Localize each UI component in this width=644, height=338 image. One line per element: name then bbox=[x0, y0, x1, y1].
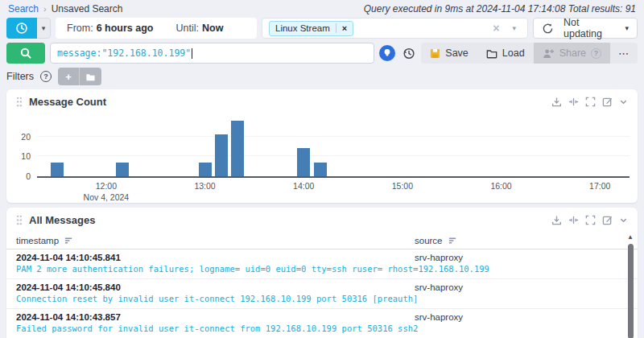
edit-icon[interactable] bbox=[602, 97, 613, 107]
row-source[interactable]: srv-haproxy bbox=[415, 282, 628, 292]
from-label: From: bbox=[67, 23, 93, 34]
search-icon bbox=[19, 47, 32, 60]
chart-x-tick-label: 14:00 bbox=[293, 181, 314, 191]
query-actions-bar: Save Load Share ? ⋯ bbox=[421, 43, 638, 64]
chart-x-tick-label: 12:00Nov 4, 2024 bbox=[84, 181, 130, 202]
select-caret-icon[interactable]: ▾ bbox=[512, 24, 516, 32]
chip-close-icon[interactable]: × bbox=[336, 23, 353, 33]
share-label: Share bbox=[559, 47, 586, 59]
breadcrumb-current: Unsaved Search bbox=[52, 3, 123, 14]
widget-title: All Messages bbox=[29, 214, 95, 226]
load-filter-button[interactable] bbox=[80, 68, 101, 85]
chart-y-tick-label: 10 bbox=[21, 151, 31, 161]
filters-help-icon[interactable]: ? bbox=[40, 71, 52, 82]
all-messages-header: All Messages bbox=[6, 208, 638, 232]
download-icon[interactable] bbox=[551, 97, 562, 107]
scrollbar-thumb[interactable] bbox=[628, 244, 634, 338]
timerange-display[interactable]: From:6 hours ago Until:Now bbox=[56, 18, 257, 39]
search-button[interactable] bbox=[6, 43, 45, 64]
stream-filter-select[interactable]: Linux Stream × × ▾ bbox=[262, 18, 528, 39]
row-message[interactable]: Failed password for invalid user it-conn… bbox=[16, 324, 628, 333]
refresh-icon[interactable] bbox=[542, 23, 554, 35]
breadcrumb: Search › Unsaved Search bbox=[8, 3, 122, 14]
chart-x-axis: 12:00Nov 4, 202413:0014:0015:0016:0017:0… bbox=[37, 178, 630, 202]
row-source[interactable]: srv-haproxy bbox=[415, 312, 628, 322]
breadcrumb-bar: Search › Unsaved Search Query executed i… bbox=[0, 0, 644, 18]
sort-icon[interactable] bbox=[64, 237, 73, 245]
chart-bar[interactable] bbox=[51, 163, 64, 176]
chart-bar[interactable] bbox=[215, 134, 228, 176]
load-label: Load bbox=[502, 47, 525, 59]
all-messages-widget: All Messages timestamp source 2024-11-04… bbox=[6, 208, 638, 338]
filter-buttons: + bbox=[58, 68, 101, 85]
refresh-caret-icon: ▾ bbox=[625, 24, 629, 32]
more-actions-button[interactable]: ⋯ bbox=[610, 43, 638, 64]
share-person-icon bbox=[543, 48, 555, 59]
chart-bar[interactable] bbox=[199, 163, 212, 176]
row-source[interactable]: srv-haproxy bbox=[415, 253, 628, 262]
share-button[interactable]: Share ? bbox=[534, 43, 610, 64]
filters-label: Filters bbox=[6, 71, 34, 82]
scrollbar-up-arrow[interactable]: ▲ bbox=[627, 233, 634, 241]
download-icon[interactable] bbox=[551, 215, 562, 225]
clock-icon[interactable] bbox=[6, 18, 37, 39]
chart-y-tick-label: 0 bbox=[26, 171, 31, 181]
chart-x-tick-label: 17:00 bbox=[589, 181, 610, 191]
chart-x-tick-label: 15:00 bbox=[392, 181, 413, 191]
select-controls: × ▾ bbox=[493, 22, 521, 35]
timerange-caret-icon[interactable]: ▾ bbox=[37, 18, 51, 39]
table-row[interactable]: 2024-11-04 14:10:45.840 srv-haproxy Conn… bbox=[6, 279, 638, 309]
resize-icon[interactable] bbox=[568, 215, 579, 225]
edit-icon[interactable] bbox=[602, 215, 613, 225]
timerange-button[interactable]: ▾ bbox=[6, 18, 51, 39]
sort-icon[interactable] bbox=[448, 237, 457, 245]
clear-selection-icon[interactable]: × bbox=[493, 22, 499, 35]
scrollbar: ▲ bbox=[625, 233, 635, 338]
stream-chip-label: Linux Stream bbox=[270, 23, 336, 33]
chevron-down-icon[interactable] bbox=[619, 216, 628, 225]
chart-bar[interactable] bbox=[116, 163, 129, 176]
until-label: Until: bbox=[175, 23, 198, 34]
row-timestamp[interactable]: 2024-11-04 14:10:45.841 bbox=[16, 253, 415, 262]
chart-bar[interactable] bbox=[231, 121, 244, 176]
folder-icon bbox=[486, 48, 497, 59]
message-count-header: Message Count bbox=[6, 89, 638, 113]
folder-icon bbox=[85, 72, 96, 81]
drag-handle-icon[interactable] bbox=[16, 97, 23, 107]
resize-icon[interactable] bbox=[568, 97, 579, 107]
share-help-icon[interactable]: ? bbox=[591, 48, 601, 59]
table-row[interactable]: 2024-11-04 14:10:43.857 srv-haproxy Fail… bbox=[6, 309, 638, 338]
breadcrumb-search-link[interactable]: Search bbox=[8, 3, 39, 14]
refresh-interval-dropdown[interactable]: Not updating▾ bbox=[564, 17, 629, 39]
row-message[interactable]: PAM 2 more authentication failures; logn… bbox=[16, 264, 628, 274]
chart-date-label: Nov 4, 2024 bbox=[84, 192, 130, 202]
table-row[interactable]: 2024-11-04 14:10:45.841 srv-haproxy PAM … bbox=[6, 249, 638, 279]
row-timestamp[interactable]: 2024-11-04 14:10:45.840 bbox=[16, 282, 415, 292]
query-help-lightbulb-icon[interactable] bbox=[379, 45, 395, 61]
chevron-down-icon[interactable] bbox=[619, 97, 628, 106]
fullscreen-icon[interactable] bbox=[585, 215, 596, 225]
timestamp-column-header[interactable]: timestamp bbox=[16, 236, 59, 245]
refresh-controls[interactable]: Not updating▾ bbox=[533, 18, 638, 39]
add-filter-button[interactable]: + bbox=[58, 68, 80, 85]
row-message[interactable]: Connection reset by invalid user it-conn… bbox=[16, 294, 628, 303]
text-cursor bbox=[192, 48, 192, 59]
stream-chip: Linux Stream × bbox=[269, 21, 353, 36]
chart-y-tick-label: 20 bbox=[21, 132, 31, 142]
filters-row: Filters ? + bbox=[0, 68, 644, 85]
chart-bar[interactable] bbox=[297, 148, 310, 176]
load-button[interactable]: Load bbox=[477, 43, 534, 64]
message-count-chart: 01020 12:00Nov 4, 202413:0014:0015:0016:… bbox=[37, 117, 630, 202]
query-history-icon[interactable] bbox=[400, 45, 416, 61]
chart-x-tick-label: 16:00 bbox=[490, 181, 511, 191]
source-column-header[interactable]: source bbox=[415, 236, 443, 245]
save-floppy-icon bbox=[430, 48, 440, 59]
save-button[interactable]: Save bbox=[421, 43, 477, 64]
drag-handle-icon[interactable] bbox=[16, 215, 23, 225]
fullscreen-icon[interactable] bbox=[585, 97, 596, 107]
row-timestamp[interactable]: 2024-11-04 14:10:43.857 bbox=[16, 312, 415, 322]
chart-bar[interactable] bbox=[314, 163, 327, 176]
query-input[interactable]: message:"192.168.10.199" bbox=[50, 43, 374, 64]
query-text: message:"192.168.10.199" bbox=[57, 47, 191, 59]
messages-table-header: timestamp source bbox=[6, 232, 638, 249]
